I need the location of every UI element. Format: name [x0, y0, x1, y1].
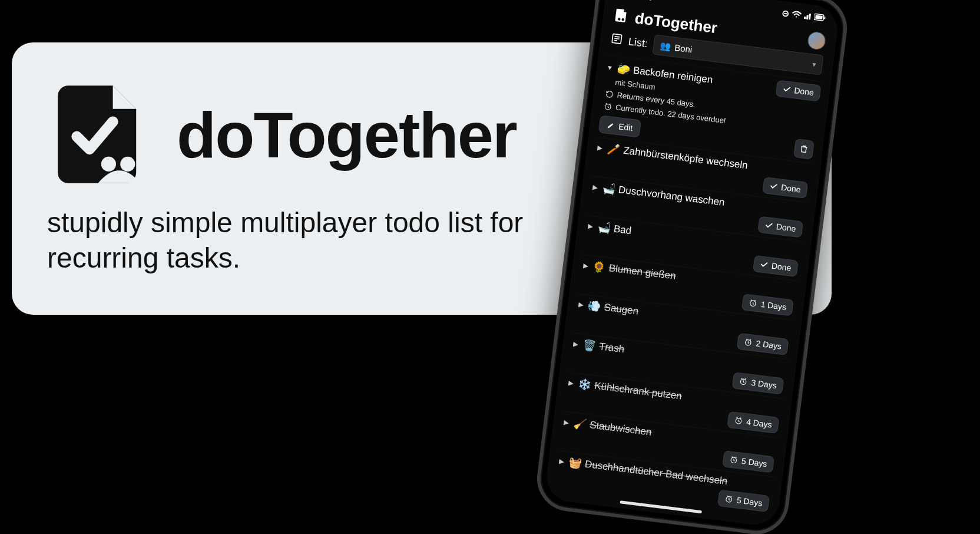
svg-rect-3	[815, 15, 823, 19]
expand-toggle-icon[interactable]: ▶	[558, 457, 565, 465]
task-emoji-icon: 💨	[587, 299, 602, 314]
edit-button[interactable]: Edit	[598, 115, 641, 137]
clock-icon	[604, 101, 613, 111]
app-logo-icon	[47, 81, 153, 187]
dnd-icon: ⊝	[782, 8, 790, 19]
svg-line-9	[614, 38, 619, 39]
expand-toggle-icon[interactable]: ▼	[606, 64, 614, 71]
expand-toggle-icon[interactable]: ▶	[587, 222, 594, 230]
list-icon	[610, 32, 624, 48]
trash-icon	[799, 144, 809, 154]
days-badge: 1 Days	[741, 294, 793, 316]
repeat-icon	[605, 90, 614, 99]
task-emoji-icon: ❄️	[577, 377, 592, 392]
svg-rect-4	[824, 17, 825, 19]
svg-line-8	[615, 37, 620, 37]
task-list[interactable]: ▼ 🧽 Backofen reinigen Done mit Schaum Re…	[544, 54, 831, 528]
days-badge: 2 Days	[737, 333, 789, 355]
task-emoji-icon: 🧺	[568, 456, 582, 470]
chevron-down-icon: ▾	[812, 60, 817, 69]
svg-point-1	[120, 157, 135, 172]
battery-icon	[814, 13, 826, 21]
svg-point-0	[101, 157, 116, 172]
expand-toggle-icon[interactable]: ▶	[572, 339, 580, 348]
task-emoji-icon: 🛁	[597, 220, 611, 235]
task-emoji-icon: 🧽	[616, 62, 631, 77]
expand-toggle-icon[interactable]: ▶	[581, 261, 589, 269]
wifi-icon	[792, 11, 802, 19]
app-doc-icon	[612, 6, 630, 26]
done-button[interactable]: Done	[753, 255, 799, 277]
task-emoji-icon: 🪥	[606, 142, 621, 157]
days-badge: 4 Days	[727, 411, 779, 434]
avatar[interactable]	[807, 31, 826, 50]
signal-icon	[803, 12, 812, 20]
expand-toggle-icon[interactable]: ▶	[596, 143, 604, 151]
list-label: List:	[628, 35, 648, 50]
task-emoji-icon: 🌻	[592, 260, 607, 275]
days-badge: 5 Days	[718, 490, 770, 512]
hero-title: doTogether	[177, 97, 517, 172]
task-emoji-icon: 🧹	[572, 417, 587, 431]
expand-toggle-icon[interactable]: ▶	[591, 183, 599, 191]
expand-toggle-icon[interactable]: ▶	[567, 378, 575, 387]
done-button[interactable]: Done	[757, 216, 803, 238]
status-time: 22:05	[630, 0, 654, 2]
expand-toggle-icon[interactable]: ▶	[562, 418, 570, 426]
list-selected-value: Boni	[674, 42, 693, 54]
days-badge: 5 Days	[723, 450, 774, 473]
hero-tagline: stupidly simple multiplayer todo list fo…	[47, 205, 577, 276]
svg-line-10	[614, 41, 617, 41]
task-emoji-icon: 🛁	[601, 182, 616, 196]
done-button[interactable]: Done	[762, 177, 808, 199]
pencil-icon	[607, 121, 616, 130]
list-emoji-icon: 👥	[660, 40, 672, 52]
delete-button[interactable]	[793, 139, 815, 160]
task-emoji-icon: 🗑️	[582, 338, 597, 353]
expand-toggle-icon[interactable]: ▶	[577, 300, 584, 308]
days-badge: 3 Days	[732, 372, 784, 394]
